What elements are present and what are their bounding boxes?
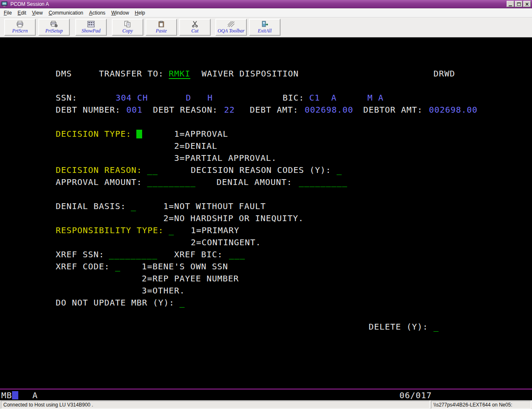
decision-type-label: DECISION TYPE: <box>56 128 131 140</box>
responsibility-type-field[interactable]: _ <box>169 224 174 237</box>
do-not-update-field[interactable]: _ <box>180 297 185 309</box>
maximize-icon <box>517 2 521 6</box>
oia-shift-indicator: MB <box>1 390 12 400</box>
denial-basis-field[interactable]: _ <box>131 200 136 212</box>
title-bar[interactable]: PCOM Session A × <box>0 0 532 8</box>
prtscrn-button[interactable]: PrtScrn <box>4 19 36 36</box>
terminal-row-decision-type: DECISION TYPE: 1=APPROVAL <box>0 128 532 140</box>
xref-ssn-field[interactable]: _________ <box>109 249 158 261</box>
terminal-row-amounts: APPROVAL AMOUNT: _________ DENIAL AMOUNT… <box>0 176 532 188</box>
menu-edit[interactable]: Edit <box>15 9 29 17</box>
debt-amt-label: DEBT AMT: <box>250 104 298 116</box>
decision-reason-codes-field[interactable]: _ <box>337 164 342 176</box>
screen-title: WAIVER DISPOSITION <box>202 68 299 80</box>
terminal-row-debt: DEBT NUMBER: 001 DEBT REASON: 22 DEBT AM… <box>0 104 532 116</box>
terminal-cursor[interactable] <box>136 130 142 138</box>
menu-window[interactable]: Window <box>108 9 132 17</box>
paste-button[interactable]: Paste <box>145 19 177 36</box>
debtor-amt-value: 002698.00 <box>429 104 478 116</box>
xref-bic-label: XREF BIC: <box>174 249 223 261</box>
menu-view[interactable]: View <box>29 9 46 17</box>
paste-icon <box>158 21 165 27</box>
menu-file[interactable]: File <box>1 9 15 17</box>
terminal-row-xref-code-opt3: 3=OTHER. <box>0 285 532 297</box>
oqa-toolbar-button[interactable]: OQA Toolbar <box>215 19 247 36</box>
terminal-row-decision-reason: DECISION REASON: __ DECISION REASON CODE… <box>0 164 532 176</box>
xref-code-field[interactable]: _ <box>115 261 121 273</box>
xref-code-label: XREF CODE: <box>56 261 110 273</box>
oia-session-id: A <box>32 390 38 400</box>
approval-amount-label: APPROVAL AMOUNT: <box>56 176 142 188</box>
pcom-window: PCOM Session A × File Edit View Communic… <box>0 0 532 409</box>
scissors-icon <box>191 21 199 27</box>
terminal-row-responsibility: RESPONSIBILITY TYPE: _ 1=PRIMARY <box>0 224 532 237</box>
oia-separator <box>0 389 532 389</box>
exitall-button[interactable]: ExitAll <box>249 19 281 36</box>
xref-code-option-2: 2=REP PAYEE NUMBER <box>142 273 239 285</box>
window-title: PCOM Session A <box>10 1 505 7</box>
responsibility-type-label: RESPONSIBILITY TYPE: <box>56 224 164 237</box>
denial-basis-label: DENIAL BASIS: <box>56 200 126 212</box>
keypad-icon <box>87 21 95 27</box>
app-icon <box>1 1 8 7</box>
approval-amount-field[interactable]: _________ <box>147 176 196 188</box>
oia-cursor-position: 06/017 <box>399 390 432 400</box>
minimize-button[interactable] <box>507 1 514 7</box>
cut-button[interactable]: Cut <box>179 19 211 36</box>
terminal-row-decision-type-opt2: 2=DENIAL <box>0 140 532 152</box>
menu-bar: File Edit View Communication Actions Win… <box>0 8 532 17</box>
transfer-to-field[interactable]: RMKI <box>169 68 190 80</box>
denial-basis-option-2: 2=NO HARDSHIP OR INEQUITY. <box>163 212 304 224</box>
denial-basis-option-1: 1=NOT WITHOUT FAULT <box>163 200 266 212</box>
oia-status-row: MB A 06/017 <box>0 390 532 400</box>
terminal-row-xref-code: XREF CODE: _ 1=BENE'S OWN SSN <box>0 261 532 273</box>
xref-code-option-1: 1=BENE'S OWN SSN <box>142 261 228 273</box>
connection-status: Connected to Host using LU V314B900 . <box>1 401 430 409</box>
copy-button[interactable]: Copy <box>112 19 143 36</box>
decision-reason-label: DECISION REASON: <box>56 164 142 176</box>
close-button[interactable]: × <box>523 1 531 7</box>
menu-help[interactable]: Help <box>132 9 148 17</box>
debt-number-label: DEBT NUMBER: <box>56 104 121 116</box>
ssn-label: SSN: <box>56 92 77 104</box>
bic-value-frag2: A <box>331 92 337 104</box>
prtsetup-button[interactable]: PrtSetup <box>38 19 70 36</box>
ssn-value-frag3: H <box>207 92 213 104</box>
debt-amt-value: 002698.00 <box>305 104 353 116</box>
debt-reason-label: DEBT REASON: <box>153 104 218 116</box>
printer-info: \\s277ps4\4B26-LEXT644 on Ne05: <box>431 401 531 409</box>
ssn-value-frag2: D <box>186 92 191 104</box>
screen-code: DRWD <box>433 68 455 80</box>
toolbar: PrtScrn PrtSetup ShowPad Copy Paste Cut … <box>0 17 532 37</box>
minimize-icon <box>509 5 512 6</box>
window-controls: × <box>507 1 531 7</box>
terminal-row-do-not-update: DO NOT UPDATE MBR (Y): _ <box>0 297 532 309</box>
terminal-screen[interactable]: DMS TRANSFER TO: RMKI WAIVER DISPOSITION… <box>0 37 532 400</box>
debtor-amt-label: DEBTOR AMT: <box>363 104 423 116</box>
ssn-value-frag1: 304 CH <box>116 92 148 104</box>
printer-setup-icon <box>50 21 58 27</box>
terminal-row-decision-type-opt3: 3=PARTIAL APPROVAL. <box>0 152 532 164</box>
debt-reason-value: 22 <box>224 104 235 116</box>
screen-app-id: DMS <box>56 68 72 80</box>
bic-value-frag3: M A <box>367 92 384 104</box>
debt-number-value: 001 <box>126 104 143 116</box>
xref-bic-field[interactable]: ___ <box>229 249 245 261</box>
maximize-button[interactable] <box>515 1 522 7</box>
terminal-row-denial-basis-opt2: 2=NO HARDSHIP OR INEQUITY. <box>0 212 532 224</box>
bic-value-frag1: C1 <box>309 92 320 104</box>
menu-actions[interactable]: Actions <box>86 9 108 17</box>
xref-ssn-label: XREF SSN: <box>56 249 104 261</box>
decision-type-option-2: 2=DENIAL <box>174 140 217 152</box>
xref-code-option-3: 3=OTHER. <box>142 285 185 297</box>
close-icon: × <box>525 2 529 7</box>
hatch-icon <box>227 21 235 27</box>
delete-field[interactable]: _ <box>433 321 439 333</box>
showpad-button[interactable]: ShowPad <box>75 19 107 36</box>
decision-type-option-1: 1=APPROVAL <box>174 128 228 140</box>
menu-communication[interactable]: Communication <box>46 9 86 17</box>
decision-reason-field[interactable]: __ <box>147 164 158 176</box>
denial-amount-field[interactable]: _________ <box>299 176 347 188</box>
delete-label: DELETE (Y): <box>369 321 428 333</box>
copy-icon <box>124 21 131 27</box>
